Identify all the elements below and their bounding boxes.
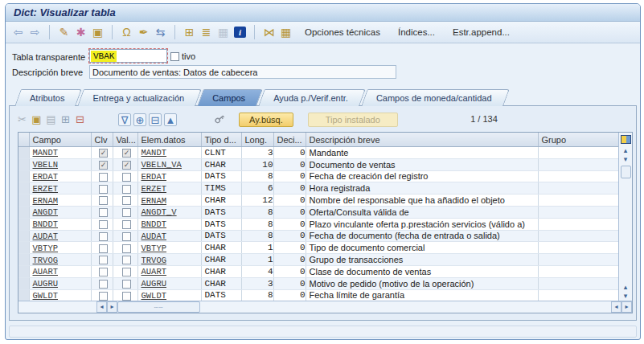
paste-icon[interactable]: ▤ — [45, 113, 57, 126]
row-selector[interactable] — [18, 182, 29, 195]
key-checkbox[interactable] — [99, 292, 108, 301]
row-selector[interactable] — [18, 265, 29, 277]
table-row[interactable]: AUDAT AUDAT DATS 8 0 Fecha de documento … — [18, 230, 618, 242]
tab-atributos[interactable]: Atributos — [15, 89, 76, 106]
data-element-link[interactable]: VBTYP — [142, 244, 167, 253]
key-checkbox[interactable] — [99, 161, 108, 170]
table-row[interactable]: AUART AUART CHAR 4 0 Clase de documento … — [18, 265, 618, 277]
key-checkbox[interactable] — [99, 185, 108, 194]
data-element-link[interactable]: ERZET — [142, 184, 167, 194]
key-checkbox[interactable] — [99, 256, 108, 264]
unlock-icon[interactable]: Ω — [121, 26, 133, 39]
row-selector[interactable] — [18, 230, 29, 242]
initial-value-checkbox[interactable] — [122, 220, 131, 229]
scroll-down-bottom-icon[interactable]: ▾ — [624, 292, 628, 301]
col-header-long[interactable]: Long. — [241, 133, 273, 147]
key-checkbox[interactable] — [99, 268, 108, 276]
data-element-link[interactable]: GWLDT — [142, 291, 167, 301]
info-icon[interactable]: i — [234, 27, 246, 38]
table-row[interactable]: ERNAM ERNAM CHAR 12 0 Nombre del respons… — [18, 195, 618, 207]
initial-value-checkbox[interactable] — [122, 161, 131, 170]
table-row[interactable]: VBELN VBELN_VA CHAR 10 0 Documento de ve… — [18, 158, 618, 170]
field-link[interactable]: AUDAT — [33, 231, 59, 241]
field-link[interactable]: BNDDT — [33, 219, 59, 229]
field-link[interactable]: VBELN — [33, 160, 59, 170]
initial-value-checkbox[interactable] — [122, 256, 131, 264]
filter-icon[interactable]: ∇ — [118, 113, 131, 126]
key-checkbox[interactable] — [99, 149, 108, 158]
key-checkbox[interactable] — [99, 232, 108, 241]
data-element-link[interactable]: AUDAT — [142, 231, 167, 241]
data-element-link[interactable]: TRVOG — [142, 256, 167, 265]
condense-icon[interactable]: ⊟ — [149, 113, 162, 126]
refresh-icon[interactable]: ✱ — [75, 26, 87, 39]
key-checkbox[interactable] — [99, 220, 108, 229]
vertical-scrollbar[interactable]: ▴ ▾ ▴ ▾ — [618, 133, 632, 301]
estr-append-button[interactable]: Estr.append... — [453, 27, 510, 37]
data-element-link[interactable]: VBELN_VA — [142, 160, 182, 170]
initial-value-checkbox[interactable] — [122, 149, 131, 158]
initial-value-checkbox[interactable] — [122, 185, 131, 194]
table-row[interactable]: BNDDT BNDDT DATS 8 0 Plazo vinculante of… — [18, 218, 618, 230]
table-row[interactable]: GWLDT GWLDT DATS 8 0 Fecha límite de gar… — [18, 289, 618, 301]
row-selector[interactable] — [18, 158, 29, 170]
initial-value-checkbox[interactable] — [122, 232, 131, 241]
horizontal-scrollbar[interactable]: ◂ ▸ ┄┄ ◂ ▸ — [18, 301, 632, 313]
test-icon[interactable]: ✒ — [137, 26, 150, 39]
initial-value-checkbox[interactable] — [122, 244, 131, 253]
col-header-descripcion[interactable]: Descripción breve — [306, 133, 538, 147]
delete-row-icon[interactable]: ⊟ — [74, 113, 86, 126]
scroll-down-icon[interactable]: ▾ — [624, 155, 628, 164]
table-row[interactable]: MANDT MANDT CLNT 3 0 Mandante — [18, 147, 618, 159]
zoom-in-icon[interactable]: ⊕ — [133, 113, 146, 126]
data-element-link[interactable]: BNDDT — [142, 219, 167, 229]
key-checkbox[interactable] — [99, 196, 108, 205]
back-icon[interactable]: ⇦ — [12, 26, 24, 39]
table-row[interactable]: ERZET ERZET TIMS 6 0 Hora registrada — [18, 182, 618, 195]
field-link[interactable]: AUGRU — [33, 279, 59, 289]
display-change-icon[interactable]: ✎ — [58, 26, 70, 39]
forward-icon[interactable]: ⇨ — [29, 26, 41, 39]
initial-value-checkbox[interactable] — [122, 173, 131, 182]
initial-value-checkbox[interactable] — [122, 208, 131, 217]
search-help-button[interactable]: Ay.búsq. — [239, 113, 293, 127]
scroll-up-bottom-icon[interactable]: ▴ — [624, 283, 628, 292]
field-link[interactable]: ERNAM — [33, 196, 59, 206]
table-settings-icon[interactable] — [621, 135, 631, 144]
row-selector[interactable] — [18, 254, 29, 266]
table-name-input[interactable]: VBAK — [89, 49, 167, 63]
scroll-right-icon[interactable]: ▸ — [107, 301, 117, 313]
scroll-up-icon[interactable]: ▴ — [624, 146, 628, 155]
scroll-left-icon[interactable]: ◂ — [96, 301, 107, 313]
table-row[interactable]: TRVOG TRVOG CHAR 1 0 Grupo de transaccio… — [18, 254, 618, 266]
row-selector[interactable] — [18, 277, 29, 289]
vertical-scroll-thumb[interactable] — [621, 166, 631, 178]
object-list-icon[interactable]: ≣ — [200, 26, 212, 39]
runtime-object-icon[interactable]: ▦ — [280, 26, 292, 39]
key-icon[interactable] — [214, 113, 226, 128]
field-link[interactable]: ERZET — [33, 184, 59, 194]
initial-value-checkbox[interactable] — [122, 196, 131, 205]
copy-rows-icon[interactable]: ▣ — [31, 113, 43, 126]
opciones-tecnicas-button[interactable]: Opciones técnicas — [305, 27, 380, 37]
cut-icon[interactable]: ✂ — [16, 113, 28, 126]
tab-campos-de-moneda-cantidad[interactable]: Campos de moneda/cantidad — [362, 89, 503, 106]
row-selector[interactable] — [18, 147, 29, 159]
row-selector[interactable] — [18, 195, 29, 207]
copy-object-icon[interactable]: ▣ — [92, 26, 104, 39]
short-description-field[interactable]: Documento de ventas: Datos de cabecera — [89, 65, 396, 79]
key-checkbox[interactable] — [99, 208, 108, 217]
data-element-link[interactable]: AUART — [142, 267, 167, 276]
col-header-clv[interactable]: Clv — [91, 133, 113, 147]
field-link[interactable]: GWLDT — [33, 291, 59, 301]
scroll-right-end-icon[interactable]: ▸ — [621, 301, 632, 313]
row-selector[interactable] — [18, 289, 29, 301]
field-link[interactable]: VBTYP — [33, 244, 59, 253]
horizontal-scroll-track[interactable] — [200, 301, 611, 313]
hierarchy-icon[interactable]: ⊞ — [183, 26, 195, 39]
data-element-link[interactable]: ANGDT_V — [142, 207, 177, 217]
col-header-grupo[interactable]: Grupo — [538, 133, 618, 147]
row-selector[interactable] — [18, 206, 29, 218]
tab-campos[interactable]: Campos — [198, 89, 256, 106]
row-selector[interactable] — [18, 218, 29, 230]
